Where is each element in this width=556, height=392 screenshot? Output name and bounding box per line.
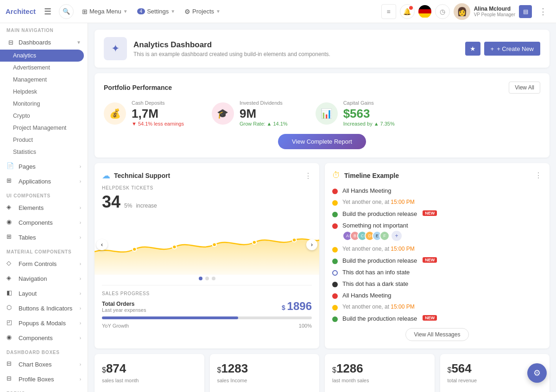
sidebar-sub-management[interactable]: Management	[0, 74, 88, 86]
svg-point-2	[212, 243, 216, 247]
portfolio-stats: 💰 Cash Deposits 1,7M ▼54.1% less earning…	[104, 100, 540, 126]
flag-icon	[418, 5, 431, 18]
mini-stat-card-3: $1286 last month sales	[325, 354, 435, 392]
header-menu-button[interactable]: ≡	[381, 4, 396, 19]
top-header: Architect ☰ 🔍 ⊞ Mega Menu ▼ 4 Settings ▼…	[0, 0, 556, 23]
dashboard-title: Analytics Dashboard	[133, 40, 330, 50]
mega-menu-nav[interactable]: ⊞ Mega Menu ▼	[77, 0, 133, 23]
portfolio-header: Portfolio Performance View All	[104, 82, 540, 94]
mini-chart-4	[448, 389, 543, 392]
progress-bar-fill	[102, 316, 238, 319]
view-report-button[interactable]: View Complete Report	[278, 134, 366, 149]
sidebar-item-chart-boxes[interactable]: ⊟ Chart Boxes ›	[0, 357, 88, 372]
svg-point-0	[133, 247, 137, 251]
sidebar-sub-advertisement[interactable]: Advertisement	[0, 62, 88, 74]
pages-icon: 📄	[6, 162, 15, 171]
forms-label: FORMS	[0, 386, 88, 392]
sidebar-item-navigation[interactable]: ◈ Navigation ›	[0, 271, 88, 286]
ts-title: Technical Support	[114, 172, 170, 179]
chevron-right-icon3: ›	[80, 205, 81, 210]
total-orders-label: Total Orders	[102, 301, 146, 307]
cash-value: 1,7M	[132, 107, 184, 121]
settings-nav[interactable]: 4 Settings ▼	[133, 0, 180, 23]
sidebar-item-popups[interactable]: ◰ Popups & Modals ›	[0, 316, 88, 330]
timeline-item-4: Something not important A B C D E F +	[332, 220, 542, 243]
sidebar-sub-helpdesk[interactable]: Helpdesk	[0, 86, 88, 98]
sidebar-sub-product[interactable]: Product	[0, 134, 88, 146]
chart-dot-2[interactable]	[205, 277, 209, 280]
sidebar-item-layout[interactable]: ◧ Layout ›	[0, 286, 88, 301]
svg-point-1	[172, 245, 177, 249]
sidebar-item-tables[interactable]: ⊞ Tables ›	[0, 230, 88, 245]
sidebar-sub-monitoring[interactable]: Monitoring	[0, 98, 88, 110]
grow-rate: Grow Rate: ▲14.1%	[240, 121, 288, 126]
two-col-row: ☁ Technical Support ⋮ HELPDESK TICKETS 3…	[95, 163, 550, 348]
notification-button[interactable]: 🔔	[400, 4, 415, 19]
sidebar-item-components2[interactable]: ◉ Components ›	[0, 330, 88, 345]
dashboard-icon: ⊟	[6, 38, 15, 46]
projects-nav[interactable]: ⚙ Projects ▼	[180, 0, 225, 23]
timeline-item-2: Yet another one, at 15:00 PM	[332, 196, 542, 208]
sidebar-sub-crypto[interactable]: Crypto	[0, 110, 88, 122]
timeline-item-3: Build the production release NEW	[332, 208, 542, 220]
chart-dot-1[interactable]	[199, 277, 202, 280]
chevron-right-icon4: ›	[80, 220, 81, 225]
sidebar-sub-statistics[interactable]: Statistics	[0, 146, 88, 158]
ts-chart-container: ‹ ›	[95, 215, 319, 275]
sidebar-item-applications[interactable]: ⊞ Applications ›	[0, 174, 88, 189]
mini-label-4: total revenue	[448, 378, 543, 383]
gear-fab[interactable]: ⚙	[527, 363, 547, 383]
timeline-menu-button[interactable]: ⋮	[535, 171, 542, 180]
sidebar-sub-analytics[interactable]: Analytics	[0, 50, 84, 62]
ui-components-label: UI COMPONENTS	[0, 189, 88, 200]
dashboard-boxes-label: DASHBOARD BOXES	[0, 345, 88, 357]
chart-dot-3[interactable]	[212, 277, 215, 280]
sidebar-sub-project-management[interactable]: Project Management	[0, 122, 88, 134]
add-avatar-button[interactable]: +	[392, 231, 402, 241]
create-new-button[interactable]: + + Create New	[484, 42, 540, 56]
mini-amount-1: $874	[102, 361, 197, 376]
sidebar-item-form-controls[interactable]: ◇ Form Controls ›	[0, 256, 88, 271]
sidebar-item-buttons[interactable]: ⬡ Buttons & Indicators ›	[0, 301, 88, 316]
technical-support-card: ☁ Technical Support ⋮ HELPDESK TICKETS 3…	[95, 163, 319, 348]
ts-change-pct: 5%	[124, 202, 132, 209]
header-dots-button[interactable]: ⋮	[536, 4, 550, 19]
sidebar-item-elements[interactable]: ◈ Elements ›	[0, 200, 88, 215]
chart-next-button[interactable]: ›	[306, 239, 317, 250]
svg-point-4	[292, 238, 297, 242]
sales-progress-label: SALES PROGRESS	[102, 291, 312, 296]
dashboard-subtitle: This is an example dashboard created usi…	[133, 51, 330, 57]
cash-label: Cash Deposits	[132, 100, 184, 106]
invested-dividends-stat: 🎓 Invested Dividends 9M Grow Rate: ▲14.1…	[212, 100, 288, 126]
chevron-right-icon: ›	[80, 164, 81, 169]
sales-progress-section: SALES PROGRESS Total Orders Last year ex…	[102, 285, 312, 329]
hamburger-button[interactable]: ☰	[40, 4, 55, 19]
view-all-messages-button[interactable]: View All Messages	[405, 328, 469, 341]
elements-icon: ◈	[6, 203, 15, 212]
ts-menu-button[interactable]: ⋮	[304, 171, 312, 180]
timeline-item-5: Yet another one, at 15:00 PM	[332, 243, 542, 255]
invested-icon: 🎓	[212, 102, 234, 125]
star-button[interactable]: ★	[465, 42, 480, 56]
ts-chart-svg	[95, 215, 319, 275]
mini-label-1: sales last month	[102, 378, 197, 383]
logo[interactable]: Architect	[6, 7, 36, 15]
search-button[interactable]: 🔍	[59, 4, 74, 19]
cash-deposits-stat: 💰 Cash Deposits 1,7M ▼54.1% less earning…	[104, 100, 184, 126]
four-col-stats: $874 sales last month $1283 sales Income…	[95, 354, 550, 392]
chevron-right-icon5: ›	[80, 235, 81, 240]
sidebar-item-dashboards[interactable]: ⊟ Dashboards ▼	[0, 35, 88, 50]
timeline-item-1: All Hands Meeting	[332, 185, 542, 196]
activity-button[interactable]: ◷	[435, 4, 450, 19]
timeline-item-6: Build the production release NEW	[332, 255, 542, 266]
view-all-button[interactable]: View All	[509, 82, 540, 94]
sidebar-item-components[interactable]: ◉ Components ›	[0, 215, 88, 230]
last-year-label: Last year expenses	[102, 307, 146, 313]
user-action-button[interactable]: ▤	[519, 5, 532, 18]
chart-prev-button[interactable]: ‹	[96, 239, 107, 250]
ts-title-group: ☁ Technical Support	[102, 171, 170, 181]
sidebar-item-pages[interactable]: 📄 Pages ›	[0, 159, 88, 174]
sidebar-item-profile-boxes[interactable]: ⊟ Profile Boxes ›	[0, 372, 88, 386]
dashboard-header-text: Analytics Dashboard This is an example d…	[133, 40, 330, 57]
buttons-icon: ⬡	[6, 304, 15, 312]
